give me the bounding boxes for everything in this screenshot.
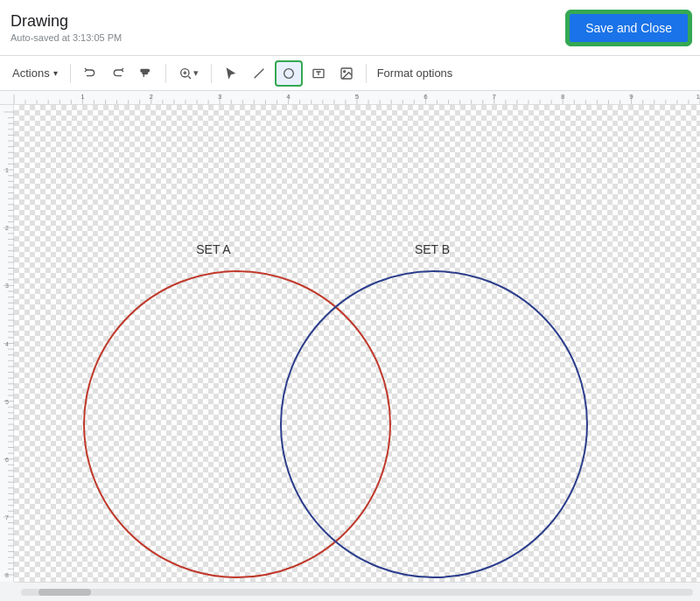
svg-text:1: 1 bbox=[5, 167, 9, 173]
image-tool-button[interactable] bbox=[334, 60, 359, 87]
toolbar: Actions ▾ ▾ bbox=[0, 56, 700, 91]
ruler-v-svg: 12345678 bbox=[0, 105, 14, 582]
svg-text:4: 4 bbox=[286, 93, 290, 101]
horizontal-scrollbar[interactable] bbox=[14, 582, 700, 601]
svg-text:2: 2 bbox=[150, 93, 154, 101]
venn-diagram-svg: SET A SET B bbox=[14, 105, 700, 582]
header: Drawing Auto-saved at 3:13:05 PM Save an… bbox=[0, 0, 700, 56]
set-a-label: SET A bbox=[196, 242, 231, 256]
svg-text:10: 10 bbox=[696, 93, 700, 101]
svg-text:7: 7 bbox=[493, 93, 497, 101]
shape-tool-button[interactable] bbox=[275, 60, 303, 87]
canvas-area: 12345678 SET A SET B bbox=[0, 105, 700, 582]
toolbar-divider-2 bbox=[165, 64, 166, 83]
svg-text:8: 8 bbox=[561, 93, 565, 101]
redo-button[interactable] bbox=[106, 60, 130, 87]
svg-text:5: 5 bbox=[355, 93, 360, 101]
actions-menu-button[interactable]: Actions ▾ bbox=[7, 60, 63, 87]
scrollbar-track bbox=[21, 589, 693, 596]
scrollbar-thumb[interactable] bbox=[38, 589, 91, 596]
svg-text:6: 6 bbox=[5, 457, 9, 463]
svg-text:1: 1 bbox=[80, 93, 85, 101]
svg-text:5: 5 bbox=[5, 399, 9, 405]
svg-text:9: 9 bbox=[629, 93, 634, 101]
horizontal-ruler: 12345678910 bbox=[0, 91, 700, 105]
svg-text:6: 6 bbox=[424, 93, 428, 101]
svg-line-1 bbox=[254, 68, 263, 78]
drawing-canvas[interactable]: SET A SET B bbox=[14, 105, 700, 582]
line-tool-button[interactable] bbox=[247, 60, 271, 87]
autosave-status: Auto-saved at 3:13:05 PM bbox=[10, 32, 122, 43]
select-tool-button[interactable] bbox=[219, 60, 243, 87]
zoom-button[interactable]: ▾ bbox=[173, 60, 204, 87]
svg-text:3: 3 bbox=[5, 283, 9, 289]
textbox-tool-button[interactable] bbox=[306, 60, 331, 87]
vertical-ruler: 12345678 bbox=[0, 105, 14, 582]
svg-point-2 bbox=[284, 68, 293, 78]
circle-a[interactable] bbox=[84, 271, 390, 577]
save-and-close-button[interactable]: Save and Close bbox=[568, 12, 690, 44]
paint-format-button[interactable] bbox=[134, 60, 158, 87]
svg-text:8: 8 bbox=[5, 572, 9, 578]
header-left: Drawing Auto-saved at 3:13:05 PM bbox=[10, 12, 122, 43]
format-options-button[interactable]: Format options bbox=[377, 66, 453, 80]
undo-button[interactable] bbox=[78, 60, 102, 87]
toolbar-divider-3 bbox=[211, 64, 212, 83]
actions-label: Actions bbox=[12, 66, 50, 80]
svg-text:3: 3 bbox=[218, 93, 222, 101]
set-b-label: SET B bbox=[415, 242, 450, 256]
zoom-caret: ▾ bbox=[193, 67, 199, 79]
toolbar-divider-4 bbox=[366, 64, 367, 83]
ruler-h-svg: 12345678910 bbox=[0, 91, 700, 104]
toolbar-divider-1 bbox=[70, 64, 71, 83]
app-title: Drawing bbox=[10, 12, 122, 31]
circle-b[interactable] bbox=[281, 271, 587, 577]
svg-point-5 bbox=[343, 70, 345, 72]
svg-text:2: 2 bbox=[5, 225, 9, 231]
actions-caret-icon: ▾ bbox=[53, 68, 58, 78]
svg-text:7: 7 bbox=[5, 514, 9, 521]
svg-text:4: 4 bbox=[5, 341, 9, 347]
